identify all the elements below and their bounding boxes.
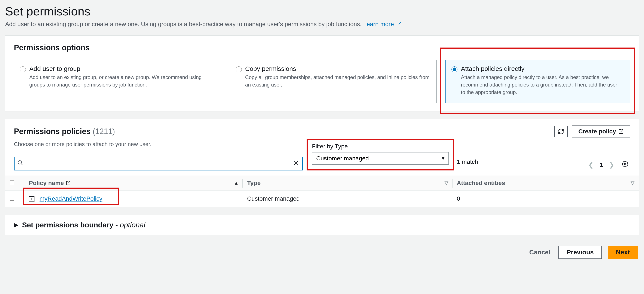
create-policy-button[interactable]: Create policy <box>572 125 630 137</box>
page-prev[interactable]: ❮ <box>586 160 595 169</box>
permissions-policies-panel: Permissions policies (1211) Create polic… <box>5 119 639 207</box>
learn-more-link[interactable]: Learn more <box>363 21 402 28</box>
table-settings-button[interactable] <box>620 160 630 170</box>
permissions-boundary-toggle[interactable]: ▶ Set permissions boundary - optional <box>5 215 639 235</box>
permissions-options-heading: Permissions options <box>14 43 630 52</box>
option-attach-directly-title: Attach policies directly <box>461 65 623 72</box>
option-copy-permissions-title: Copy permissions <box>245 65 430 72</box>
option-add-to-group-radio[interactable] <box>20 66 26 72</box>
option-attach-directly[interactable]: Attach policies directly Attach a manage… <box>446 60 630 103</box>
permissions-options-panel: Permissions options Add user to group Ad… <box>5 35 639 111</box>
sort-icon: ▽ <box>631 180 634 186</box>
page-description: Add user to an existing group or create … <box>5 21 639 28</box>
page-description-text: Add user to an existing group or create … <box>5 21 363 28</box>
svg-point-1 <box>624 163 626 165</box>
col-policy-name[interactable]: Policy name ▲ <box>24 176 243 191</box>
row-attached: 0 <box>452 191 639 207</box>
table-row[interactable]: + myReadAndWritePolicy Customer managed … <box>5 191 639 207</box>
filter-by-type-select[interactable]: Customer managed <box>312 152 449 165</box>
next-button[interactable]: Next <box>608 246 638 259</box>
option-add-to-group-desc: Add user to an existing group, or create… <box>29 74 214 89</box>
cancel-button[interactable]: Cancel <box>527 246 552 259</box>
refresh-icon <box>558 128 564 135</box>
svg-point-0 <box>18 161 22 164</box>
refresh-button[interactable] <box>554 126 568 137</box>
previous-button[interactable]: Previous <box>558 246 602 259</box>
external-link-icon <box>396 22 402 27</box>
option-copy-permissions[interactable]: Copy permissions Copy all group membersh… <box>230 60 437 103</box>
expand-row-icon[interactable]: + <box>29 196 34 202</box>
policy-name-link[interactable]: myReadAndWritePolicy <box>40 195 102 202</box>
option-copy-permissions-radio[interactable] <box>236 66 242 72</box>
row-checkbox[interactable] <box>10 196 14 201</box>
wizard-footer: Cancel Previous Next <box>5 246 639 259</box>
match-count-text: 1 match <box>457 158 478 167</box>
option-add-to-group-title: Add user to group <box>29 65 214 72</box>
external-link-icon <box>66 181 70 185</box>
gear-icon <box>622 161 628 167</box>
clear-search-icon[interactable] <box>293 160 299 168</box>
sort-asc-icon: ▲ <box>234 180 238 186</box>
policies-table: Policy name ▲ Type ▽ Attached ent <box>5 176 639 207</box>
option-attach-directly-radio[interactable] <box>452 66 458 72</box>
page-next[interactable]: ❯ <box>607 160 616 169</box>
highlight-filter-by-type: Filter by Type Customer managed ▼ <box>306 139 454 170</box>
col-type[interactable]: Type ▽ <box>243 176 452 191</box>
row-type: Customer managed <box>243 191 452 207</box>
policies-heading: Permissions policies (1211) <box>14 127 115 136</box>
select-all-checkbox[interactable] <box>10 180 14 185</box>
policies-count: (1211) <box>93 127 115 136</box>
option-add-to-group[interactable]: Add user to group Add user to an existin… <box>14 60 221 103</box>
option-copy-permissions-desc: Copy all group memberships, attached man… <box>245 74 430 89</box>
page-title: Set permissions <box>5 4 639 18</box>
policy-search-input[interactable] <box>14 157 303 170</box>
sort-icon: ▽ <box>444 180 448 186</box>
boundary-optional: optional <box>120 221 145 229</box>
filter-by-type-label: Filter by Type <box>312 143 449 150</box>
caret-right-icon: ▶ <box>14 222 18 228</box>
search-icon <box>17 160 23 167</box>
col-attached-entities[interactable]: Attached entities ▽ <box>452 176 639 191</box>
external-link-icon <box>618 129 624 134</box>
page-number: 1 <box>600 161 603 168</box>
option-attach-directly-desc: Attach a managed policy directly to a us… <box>461 74 623 96</box>
boundary-label: Set permissions boundary - <box>22 221 120 229</box>
